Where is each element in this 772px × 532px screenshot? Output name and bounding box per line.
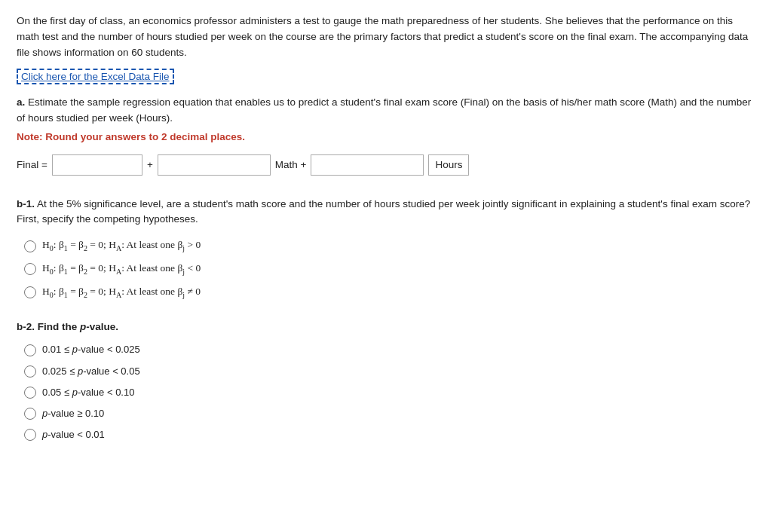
pvalue-radio-1[interactable] — [24, 344, 36, 356]
hypothesis-label-3: H0: β1 = β2 = 0; HA: At least one βj ≠ 0 — [42, 285, 201, 301]
hypothesis-option-1[interactable]: H0: β1 = β2 = 0; HA: At least one βj > 0 — [24, 238, 755, 254]
section-b1: b-1. At the 5% significance level, are a… — [17, 197, 755, 301]
section-b1-text: b-1. At the 5% significance level, are a… — [17, 197, 755, 228]
hours-coef-input[interactable] — [311, 154, 424, 176]
pvalue-radio-3[interactable] — [24, 387, 36, 399]
section-a-text: a. Estimate the sample regression equati… — [17, 95, 755, 127]
pvalue-label-4: p-value ≥ 0.10 — [42, 407, 104, 420]
pvalue-label-5: p-value < 0.01 — [42, 428, 105, 442]
final-label: Final = — [17, 159, 47, 170]
section-b2: b-2. Find the p-value. 0.01 ≤ p-value < … — [17, 321, 755, 442]
hypothesis-label-2: H0: β1 = β2 = 0; HA: At least one βj < 0 — [42, 261, 201, 277]
pvalue-radio-group: 0.01 ≤ p-value < 0.025 0.025 ≤ p-value <… — [24, 343, 755, 442]
hypothesis-radio-1[interactable] — [24, 240, 36, 252]
pvalue-option-3[interactable]: 0.05 ≤ p-value < 0.10 — [24, 386, 755, 399]
pvalue-option-2[interactable]: 0.025 ≤ p-value < 0.05 — [24, 365, 755, 378]
pvalue-label-1: 0.01 ≤ p-value < 0.025 — [42, 343, 140, 356]
hypothesis-radio-2[interactable] — [24, 263, 36, 275]
section-a-label: a. — [17, 96, 25, 108]
hypothesis-option-3[interactable]: H0: β1 = β2 = 0; HA: At least one βj ≠ 0 — [24, 285, 755, 301]
pvalue-option-5[interactable]: p-value < 0.01 — [24, 428, 755, 442]
pvalue-option-1[interactable]: 0.01 ≤ p-value < 0.025 — [24, 343, 755, 356]
hypothesis-radio-group: H0: β1 = β2 = 0; HA: At least one βj > 0… — [24, 238, 755, 300]
section-a-note: Note: Round your answers to 2 decimal pl… — [17, 130, 755, 145]
section-b1-description: At the 5% significance level, are a stud… — [17, 198, 750, 225]
hours-label: Hours — [428, 154, 469, 176]
pvalue-label-2: 0.025 ≤ p-value < 0.05 — [42, 365, 140, 378]
hypothesis-label-1: H0: β1 = β2 = 0; HA: At least one βj > 0 — [42, 238, 201, 254]
pvalue-label-3: 0.05 ≤ p-value < 0.10 — [42, 386, 134, 399]
excel-link-container: Click here for the Excel Data File — [17, 69, 755, 84]
excel-link[interactable]: Click here for the Excel Data File — [17, 69, 174, 84]
pvalue-radio-4[interactable] — [24, 408, 36, 420]
math-coef-input[interactable] — [158, 154, 271, 176]
pvalue-radio-2[interactable] — [24, 365, 36, 378]
pvalue-radio-5[interactable] — [24, 429, 36, 441]
section-b2-title: b-2. Find the p-value. — [17, 321, 755, 332]
section-a: a. Estimate the sample regression equati… — [17, 95, 755, 176]
pvalue-option-4[interactable]: p-value ≥ 0.10 — [24, 407, 755, 420]
intro-paragraph: On the first day of class, an economics … — [17, 14, 755, 61]
section-b1-label: b-1. — [17, 198, 35, 209]
section-b2-label: b-2. — [17, 321, 35, 332]
equation-row: Final = + Math + Hours — [17, 154, 755, 176]
hypothesis-option-2[interactable]: H0: β1 = β2 = 0; HA: At least one βj < 0 — [24, 261, 755, 277]
plus1-label: + — [147, 159, 153, 170]
math-label: Math + — [275, 159, 307, 170]
hypothesis-radio-3[interactable] — [24, 286, 36, 298]
section-b2-title-text: Find the — [38, 321, 80, 332]
intercept-input[interactable] — [52, 154, 142, 176]
section-b2-title-suffix: -value. — [86, 321, 118, 332]
section-a-description: Estimate the sample regression equation … — [17, 96, 751, 124]
